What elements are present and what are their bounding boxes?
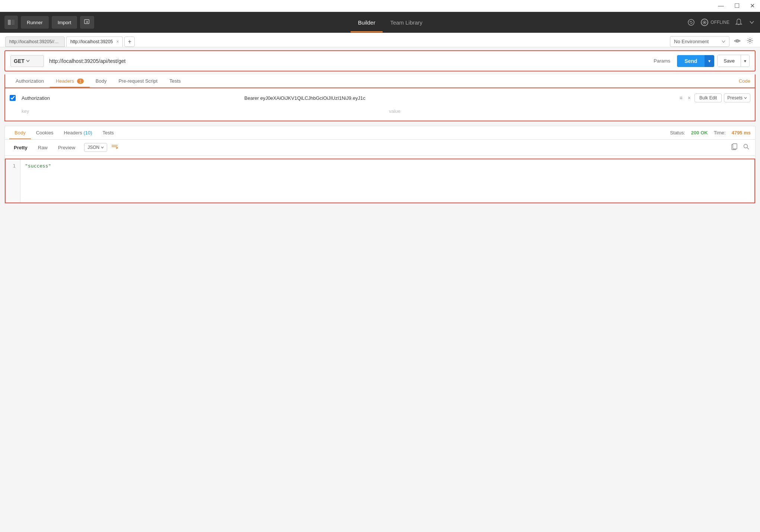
svg-rect-11 xyxy=(733,144,737,149)
svg-line-13 xyxy=(747,148,749,150)
headers-count-badge: 1 xyxy=(77,79,84,84)
tab-authorization[interactable]: Authorization xyxy=(10,74,50,87)
send-button-group: Send ▾ xyxy=(677,55,714,67)
import-button[interactable]: Import xyxy=(52,16,77,29)
nav-right-icons: OFFLINE xyxy=(686,17,756,28)
offline-status: OFFLINE xyxy=(701,19,729,26)
response-section: Body Cookies Headers (10) Tests Status: … xyxy=(4,126,756,204)
add-tab-button[interactable]: + xyxy=(124,36,135,47)
url-tabs-bar: http://localhost:39205//oau http://local… xyxy=(0,33,760,47)
headers-panel: Authorization Bearer eyJ0eXAiOiJKV1QiLCJ… xyxy=(4,88,756,121)
environment-selector: No Environment xyxy=(670,36,755,47)
tab-pre-request-script[interactable]: Pre-request Script xyxy=(112,74,163,87)
minimize-button[interactable]: — xyxy=(716,2,726,10)
bulk-edit-button[interactable]: Bulk Edit xyxy=(694,93,722,102)
header-delete-icon[interactable]: × xyxy=(686,94,692,102)
request-tabs: Authorization Headers 1 Body Pre-request… xyxy=(4,74,756,88)
response-format-row: Pretty Raw Preview JSON xyxy=(5,140,755,156)
fmt-tab-raw[interactable]: Raw xyxy=(33,143,52,152)
sidebar-toggle-button[interactable] xyxy=(4,16,18,29)
response-string-value: "success" xyxy=(25,163,51,169)
nav-tabs: Builder Team Library xyxy=(97,16,683,29)
status-label: Status: xyxy=(670,130,685,136)
header-row-actions: ≡ × Bulk Edit Presets xyxy=(678,93,750,102)
tab-body[interactable]: Body xyxy=(90,74,113,87)
resp-tab-body[interactable]: Body xyxy=(9,126,31,139)
new-collection-button[interactable] xyxy=(80,16,94,29)
env-dropdown[interactable]: No Environment xyxy=(670,36,729,47)
fmt-tab-pretty[interactable]: Pretty xyxy=(9,143,32,152)
svg-rect-0 xyxy=(8,20,11,25)
presets-button[interactable]: Presets xyxy=(724,93,750,102)
status-value: 200 OK xyxy=(691,130,708,136)
tab-headers[interactable]: Headers 1 xyxy=(50,74,90,87)
svg-point-12 xyxy=(744,144,748,148)
svg-point-8 xyxy=(737,40,738,42)
resp-headers-count: (10) xyxy=(83,130,92,136)
runner-button[interactable]: Runner xyxy=(21,16,49,29)
resp-tab-headers[interactable]: Headers (10) xyxy=(59,126,98,139)
url-tab-1[interactable]: http://localhost:39205//oau xyxy=(5,36,65,47)
time-value: 4795 ms xyxy=(732,130,751,136)
send-button[interactable]: Send xyxy=(677,55,705,67)
code-link[interactable]: Code xyxy=(739,74,750,87)
eye-icon[interactable] xyxy=(732,36,742,46)
url-input[interactable] xyxy=(47,56,647,66)
tab-tests[interactable]: Tests xyxy=(163,74,186,87)
copy-button[interactable] xyxy=(730,142,739,153)
fmt-type-select[interactable]: JSON xyxy=(84,143,107,152)
top-nav: Runner Import Builder Team Library xyxy=(0,12,760,33)
svg-point-9 xyxy=(749,39,751,42)
header-row-1: Authorization Bearer eyJ0eXAiOiJKV1QiLCJ… xyxy=(5,91,755,105)
tab-close-icon[interactable]: × xyxy=(116,39,119,44)
builder-tab[interactable]: Builder xyxy=(351,16,383,29)
svg-rect-1 xyxy=(12,20,15,25)
time-label: Time: xyxy=(714,130,726,136)
notifications-bell-icon[interactable] xyxy=(734,17,744,28)
save-button-group: Save ▾ xyxy=(717,55,750,67)
header-menu-icon[interactable]: ≡ xyxy=(678,94,684,102)
title-bar: — ☐ ✕ xyxy=(0,0,760,12)
line-numbers: 1 xyxy=(6,159,20,203)
header-value-1: Bearer eyJ0eXAiOiJKV1QiLCJhbGciOiJIUzI1N… xyxy=(242,94,675,102)
settings-gear-icon[interactable] xyxy=(745,36,755,47)
request-url-row: GET Params Send ▾ Save ▾ xyxy=(4,50,756,71)
send-dropdown-button[interactable]: ▾ xyxy=(705,55,714,67)
response-tabs-row: Body Cookies Headers (10) Tests Status: … xyxy=(5,126,755,140)
wrap-button[interactable] xyxy=(109,143,121,152)
close-button[interactable]: ✕ xyxy=(748,1,757,10)
svg-point-7 xyxy=(704,22,705,23)
method-select[interactable]: GET xyxy=(10,55,44,67)
header-checkbox-1[interactable] xyxy=(10,95,16,101)
svg-rect-2 xyxy=(84,19,89,23)
response-status-info: Status: 200 OK Time: 4795 ms xyxy=(670,130,751,136)
nav-chevron-icon[interactable] xyxy=(748,19,756,25)
url-tab-2[interactable]: http://localhost:39205 × xyxy=(66,36,123,47)
fmt-tab-preview[interactable]: Preview xyxy=(54,143,80,152)
maximize-button[interactable]: ☐ xyxy=(732,1,742,10)
response-code-area: 1 "success" xyxy=(5,159,755,203)
save-dropdown-button[interactable]: ▾ xyxy=(741,55,749,67)
svg-point-5 xyxy=(688,19,694,25)
bottom-empty-area xyxy=(0,204,760,278)
response-body-content: "success" xyxy=(20,159,754,203)
header-key-1: Authorization xyxy=(19,94,239,102)
search-button[interactable] xyxy=(742,142,751,153)
resp-tab-cookies[interactable]: Cookies xyxy=(31,126,59,139)
sync-icon[interactable] xyxy=(686,17,696,28)
params-button[interactable]: Params xyxy=(650,56,674,66)
team-library-tab[interactable]: Team Library xyxy=(383,16,430,29)
resp-tab-tests[interactable]: Tests xyxy=(98,126,119,139)
save-button[interactable]: Save xyxy=(718,55,741,67)
header-empty-row: key value xyxy=(5,105,755,118)
